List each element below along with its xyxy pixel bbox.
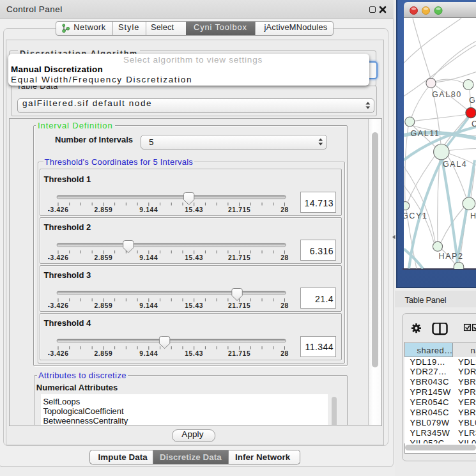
svg-text:GAL80: GAL80 — [432, 89, 462, 98]
svg-text:28: 28 — [280, 302, 289, 309]
svg-text:GAL4: GAL4 — [443, 160, 467, 169]
svg-text:-3.426: -3.426 — [48, 254, 69, 261]
svg-text:GA: GA — [469, 95, 476, 104]
svg-text:2.859: 2.859 — [94, 302, 112, 309]
svg-text:2.859: 2.859 — [94, 254, 112, 261]
svg-text:21.715: 21.715 — [228, 254, 250, 261]
svg-text:9.144: 9.144 — [139, 254, 158, 261]
svg-text:-3.426: -3.426 — [48, 302, 69, 309]
svg-text:21.715: 21.715 — [228, 206, 250, 213]
svg-text:2.859: 2.859 — [94, 206, 112, 213]
svg-text:15.43: 15.43 — [185, 302, 203, 309]
svg-text:H: H — [470, 211, 476, 220]
svg-text:2.859: 2.859 — [94, 350, 112, 357]
svg-text:21.715: 21.715 — [228, 302, 250, 309]
svg-text:9.144: 9.144 — [139, 302, 158, 309]
svg-text:GCY1: GCY1 — [404, 211, 427, 220]
svg-text:21.715: 21.715 — [228, 350, 250, 357]
svg-text:-3.426: -3.426 — [48, 206, 69, 213]
svg-text:15.43: 15.43 — [185, 206, 203, 213]
svg-text:15.43: 15.43 — [185, 254, 203, 261]
svg-text:15.43: 15.43 — [185, 350, 203, 357]
svg-text:-3.426: -3.426 — [48, 350, 69, 357]
svg-text:C: C — [472, 119, 476, 128]
svg-text:28: 28 — [280, 254, 289, 261]
svg-text:9.144: 9.144 — [139, 206, 158, 213]
svg-text:GAL11: GAL11 — [411, 128, 440, 137]
svg-text:HAP2: HAP2 — [439, 252, 464, 261]
svg-text:28: 28 — [280, 350, 289, 357]
svg-text:28: 28 — [280, 206, 289, 213]
svg-text:9.144: 9.144 — [139, 350, 158, 357]
